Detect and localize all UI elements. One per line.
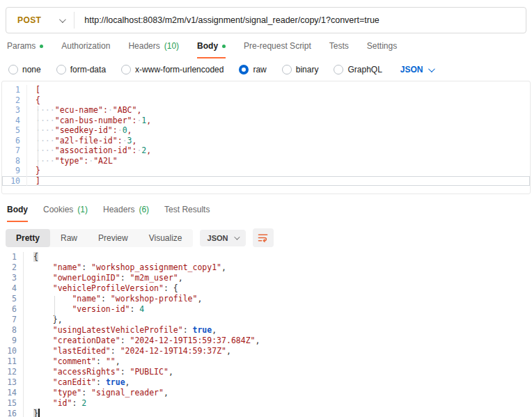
tab-headers[interactable]: Headers(6) [103,205,149,222]
line-number: 10 [2,176,27,187]
code-line[interactable]: 10] [2,176,530,187]
view-button-raw[interactable]: Raw [50,229,88,247]
tab-test-results[interactable]: Test Results [164,205,210,222]
token-p: , [226,346,231,356]
token-n: 4 [139,304,144,314]
code-line[interactable]: 14 "type": "signal_reader", [0,388,532,398]
token-sp [33,325,53,335]
method-selector[interactable]: POST [6,15,74,25]
token-k: "usingLatestVehicleProfile" [53,325,183,335]
code-line[interactable]: 16} [0,409,532,417]
token-k: "seedkey-id" [55,125,113,135]
token-k: "accessRights" [53,367,120,377]
tab-cookies[interactable]: Cookies(1) [43,205,88,222]
line-number: 9 [2,166,27,176]
wrap-text-button[interactable] [253,228,274,247]
radio-form-data[interactable]: form-data [56,65,106,74]
code-line[interactable]: 7 }, [0,315,532,325]
token-n: 3 [127,136,132,145]
view-button-pretty[interactable]: Pretty [6,229,50,247]
token-b: true [106,377,125,387]
code-line[interactable]: 1{ [0,252,532,262]
code-line[interactable]: 4····"can-bus-number":·1, [2,116,530,126]
code-line[interactable]: 1[ [2,85,530,95]
line-number: 15 [0,398,24,409]
code-line[interactable]: 6····"a2l-file-id":·3, [2,136,530,146]
radio-raw[interactable]: raw [239,65,266,74]
token-p: [ [36,85,40,95]
method-label: POST [17,15,41,25]
tab-label: Body [197,41,218,51]
code-text: ····"can-bus-number":·1, [27,116,530,126]
line-number: 4 [2,116,27,126]
url-input[interactable]: http://localhost:8083/m2m/v1/assignment/… [75,15,380,25]
code-text: { [24,252,532,262]
code-text: ····"seedkey-id":·0, [27,125,530,136]
code-line[interactable]: 9} [2,166,530,176]
code-line[interactable]: 13 "canEdit": true, [0,377,532,388]
tab-settings[interactable]: Settings [367,41,397,58]
code-line[interactable]: 7····"association-id":·2, [2,145,530,156]
radio-x-www-form-urlencoded[interactable]: x-www-form-urlencoded [121,65,224,74]
request-language-label: JSON [400,65,423,74]
code-line[interactable]: 10 "lastEdited": "2024-12-19T14:59:37Z", [0,346,532,356]
code-line[interactable]: 2{ [2,95,530,106]
token-p: { [173,283,178,293]
radio-none[interactable]: none [8,65,41,74]
line-number: 1 [2,85,27,95]
token-p: : [120,273,130,283]
line-number: 16 [0,409,24,417]
response-body-viewer[interactable]: 1{2 "name": "workshop_assignment_copy1",… [0,252,532,417]
code-text: "version-id": 4 [24,304,532,315]
tab-tests[interactable]: Tests [329,41,349,58]
tab-pre-request-script[interactable]: Pre-request Script [244,41,311,58]
line-number: 13 [0,377,24,388]
radio-graphql[interactable]: GraphQL [334,65,382,74]
code-line[interactable]: 12 "accessRights": "PUBLIC", [0,367,532,377]
token-w: ···· [36,145,55,155]
token-s: "PUBLIC" [130,367,169,377]
code-line[interactable]: 3 "ownerLoginID": "m2m_user", [0,273,532,283]
tab-params[interactable]: Params [7,41,43,58]
radio-label: GraphQL [347,65,382,74]
token-p: : [96,377,106,387]
token-p: : [183,325,193,335]
code-line[interactable]: 9 "creationDate": "2024-12-19T15:59:37.6… [0,336,532,346]
radio-circle-icon [56,65,66,74]
code-line[interactable]: 3····"ecu-name":·"ABC", [2,105,530,116]
request-language-selector[interactable]: JSON [400,65,433,74]
code-text: "accessRights": "PUBLIC", [24,367,532,377]
unsaved-dot-icon [222,45,226,48]
radio-binary[interactable]: binary [282,65,319,74]
token-s: "A2L" [93,156,118,166]
code-line[interactable]: 8 "usingLatestVehicleProfile": true, [0,325,532,336]
token-sp [33,336,53,345]
code-line[interactable]: 5 "name": "workshop-profile", [0,294,532,304]
tab-authorization[interactable]: Authorization [61,41,110,58]
code-line[interactable]: 6 "version-id": 4 [0,304,532,315]
code-line[interactable]: 8····"type":·"A2L" [2,156,530,166]
line-number: 3 [0,273,24,283]
view-button-visualize[interactable]: Visualize [139,229,193,247]
code-line[interactable]: 5····"seedkey-id":·0, [2,125,530,136]
radio-label: raw [253,65,266,74]
tab-body[interactable]: Body [197,41,226,58]
response-toolbar: PrettyRawPreviewVisualize JSON [6,228,532,247]
radio-circle-icon [282,65,292,74]
line-number: 10 [0,346,24,356]
token-k: "vehicleProfileVersion" [53,283,164,293]
code-line[interactable]: 2 "name": "workshop_assignment_copy1", [0,262,532,273]
response-language-selector[interactable]: JSON [200,230,246,246]
code-line[interactable]: 15 "id": 2 [0,398,532,409]
tab-body[interactable]: Body [7,205,28,222]
tab-headers[interactable]: Headers(10) [128,41,179,58]
request-url-bar: POST http://localhost:8083/m2m/v1/assign… [6,7,526,33]
view-button-preview[interactable]: Preview [88,229,139,247]
line-number: 11 [0,356,24,367]
token-w: ···· [36,105,55,115]
token-p: : [113,125,118,135]
request-body-editor[interactable]: 1[2{3····"ecu-name":·"ABC",4····"can-bus… [1,81,531,194]
code-line[interactable]: 11 "comment": "", [0,356,532,367]
token-k: "type" [53,388,82,398]
code-line[interactable]: 4 "vehicleProfileVersion": { [0,283,532,294]
